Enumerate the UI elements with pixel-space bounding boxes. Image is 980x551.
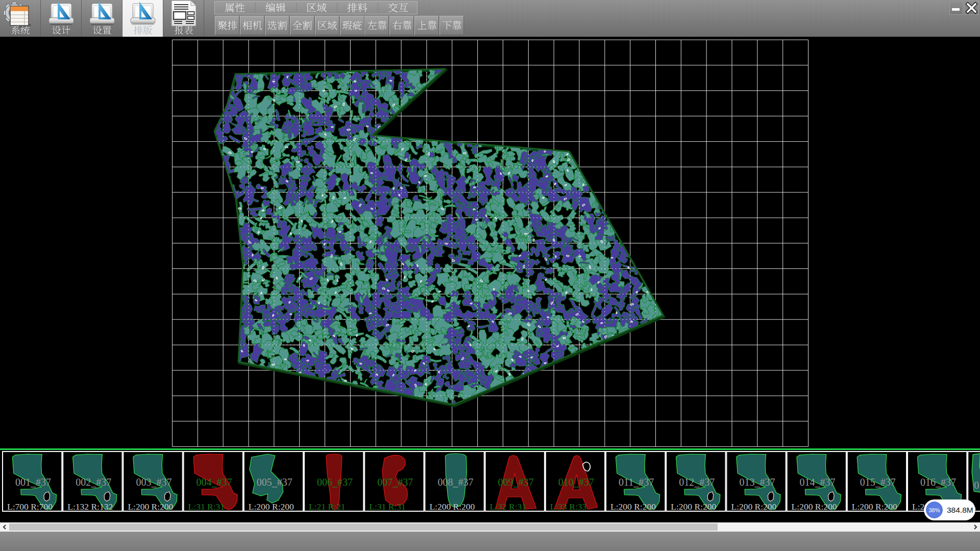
svg-text:L:33 R:33: L:33 R:33 (550, 502, 587, 512)
svg-text:015_#37: 015_#37 (860, 477, 896, 488)
svg-text:011_#37: 011_#37 (619, 477, 654, 488)
svg-text:009_#37: 009_#37 (498, 477, 534, 488)
svg-text:L:31 R:31: L:31 R:31 (369, 502, 405, 512)
svg-text:L:32 R:31: L:32 R:31 (490, 502, 526, 512)
svg-text:002_#37: 002_#37 (76, 477, 111, 488)
svg-text:L:200 R:200: L:200 R:200 (731, 502, 776, 512)
svg-text:008_#37: 008_#37 (437, 477, 473, 488)
svg-text:0: 0 (974, 480, 979, 491)
svg-text:L:200 R:200: L:200 R:200 (610, 502, 656, 512)
svg-text:L:200 R:200: L:200 R:200 (671, 502, 716, 512)
svg-text:007_#37: 007_#37 (377, 477, 413, 488)
svg-text:L:132 R:132: L:132 R:132 (67, 502, 113, 512)
svg-text:005_#37: 005_#37 (257, 477, 292, 488)
svg-text:016_#37: 016_#37 (920, 477, 956, 488)
svg-text:012_#37: 012_#37 (679, 477, 715, 488)
svg-text:L:21 R:21: L:21 R:21 (309, 502, 345, 512)
svg-text:L:200 R:200: L:200 R:200 (792, 502, 837, 512)
svg-text:L:31 R:31: L:31 R:31 (188, 502, 225, 512)
svg-text:014_#37: 014_#37 (800, 477, 836, 488)
svg-text:L:700 R:700: L:700 R:700 (7, 502, 53, 512)
svg-text:006_#37: 006_#37 (317, 477, 353, 488)
svg-text:L:200 R:200: L:200 R:200 (429, 502, 475, 512)
svg-text:L:200 R:200: L:200 R:200 (249, 502, 294, 512)
svg-text:003_#37: 003_#37 (136, 477, 172, 488)
svg-text:010_#37: 010_#37 (558, 477, 594, 488)
svg-text:L:200 R:200: L:200 R:200 (852, 502, 897, 512)
svg-text:004_#37: 004_#37 (197, 477, 232, 488)
svg-text:001_#37: 001_#37 (15, 477, 51, 488)
svg-text:013_#37: 013_#37 (739, 477, 775, 488)
svg-text:L:200 R:200: L:200 R:200 (128, 502, 173, 512)
